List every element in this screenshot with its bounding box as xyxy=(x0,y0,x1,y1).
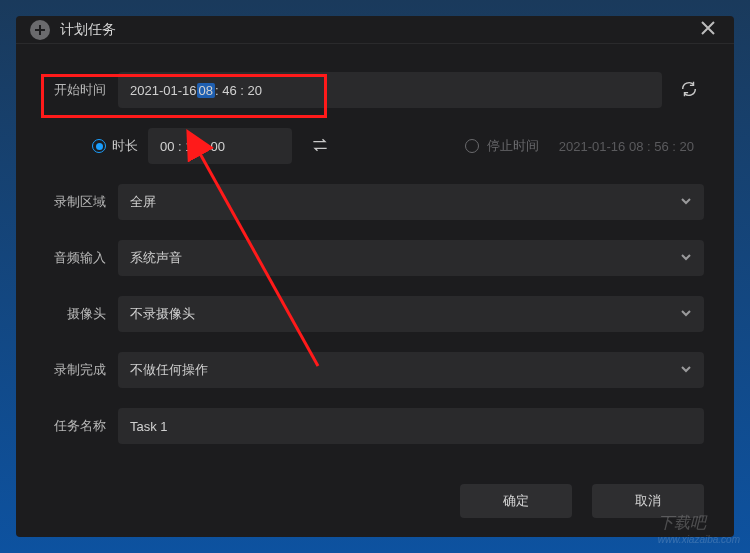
camera-value: 不录摄像头 xyxy=(130,305,195,323)
chevron-down-icon xyxy=(680,363,692,378)
stop-time-value: 2021-01-16 08 : 56 : 20 xyxy=(549,139,704,154)
audio-input-label: 音频输入 xyxy=(46,249,118,267)
task-name-label: 任务名称 xyxy=(46,417,118,435)
duration-value: 00 : 10 : 00 xyxy=(160,139,225,154)
chevron-down-icon xyxy=(680,195,692,210)
chevron-down-icon xyxy=(680,251,692,266)
ok-button[interactable]: 确定 xyxy=(460,484,572,518)
on-complete-row: 录制完成 不做任何操作 xyxy=(46,352,704,388)
record-area-label: 录制区域 xyxy=(46,193,118,211)
radio-col xyxy=(46,139,118,153)
loop-button[interactable] xyxy=(306,134,334,159)
start-time-row: 开始时间 2021-01-16 08 : 46 : 20 xyxy=(46,72,704,108)
on-complete-value: 不做任何操作 xyxy=(130,361,208,379)
loop-icon xyxy=(310,138,330,152)
on-complete-select[interactable]: 不做任何操作 xyxy=(118,352,704,388)
plus-icon xyxy=(30,20,50,40)
refresh-button[interactable] xyxy=(674,74,704,107)
duration-row: 时长 00 : 10 : 00 停止时间 2021-01-16 08 : 56 … xyxy=(46,128,704,164)
stop-time-radio-label[interactable]: 停止时间 xyxy=(487,137,539,155)
start-time-rest: : 46 : 20 xyxy=(215,83,262,98)
duration-field[interactable]: 00 : 10 : 00 xyxy=(148,128,292,164)
start-time-field[interactable]: 2021-01-16 08 : 46 : 20 xyxy=(118,72,662,108)
stop-time-radio[interactable] xyxy=(465,139,479,153)
dialog-body: 开始时间 2021-01-16 08 : 46 : 20 时长 00 : 10 … xyxy=(16,44,734,468)
close-button[interactable] xyxy=(696,16,720,43)
audio-input-select[interactable]: 系统声音 xyxy=(118,240,704,276)
refresh-icon xyxy=(680,80,698,98)
camera-row: 摄像头 不录摄像头 xyxy=(46,296,704,332)
start-time-label: 开始时间 xyxy=(46,81,118,99)
scheduled-task-dialog: 计划任务 开始时间 2021-01-16 08 : 46 : 20 时长 xyxy=(16,16,734,537)
task-name-input[interactable] xyxy=(130,408,692,444)
dialog-footer: 确定 取消 xyxy=(16,468,734,540)
task-name-field-wrap xyxy=(118,408,704,444)
dialog-title: 计划任务 xyxy=(60,21,696,39)
start-time-hour-selected: 08 xyxy=(197,83,215,98)
start-time-date: 2021-01-16 xyxy=(130,83,197,98)
record-area-value: 全屏 xyxy=(130,193,156,211)
audio-input-value: 系统声音 xyxy=(130,249,182,267)
chevron-down-icon xyxy=(680,307,692,322)
stop-time-group: 停止时间 2021-01-16 08 : 56 : 20 xyxy=(465,137,704,155)
duration-radio[interactable] xyxy=(92,139,106,153)
record-area-select[interactable]: 全屏 xyxy=(118,184,704,220)
camera-label: 摄像头 xyxy=(46,305,118,323)
duration-radio-label[interactable]: 时长 xyxy=(112,137,138,155)
audio-input-row: 音频输入 系统声音 xyxy=(46,240,704,276)
task-name-row: 任务名称 xyxy=(46,408,704,444)
cancel-button[interactable]: 取消 xyxy=(592,484,704,518)
titlebar: 计划任务 xyxy=(16,16,734,44)
close-icon xyxy=(700,20,716,36)
record-area-row: 录制区域 全屏 xyxy=(46,184,704,220)
camera-select[interactable]: 不录摄像头 xyxy=(118,296,704,332)
on-complete-label: 录制完成 xyxy=(46,361,118,379)
